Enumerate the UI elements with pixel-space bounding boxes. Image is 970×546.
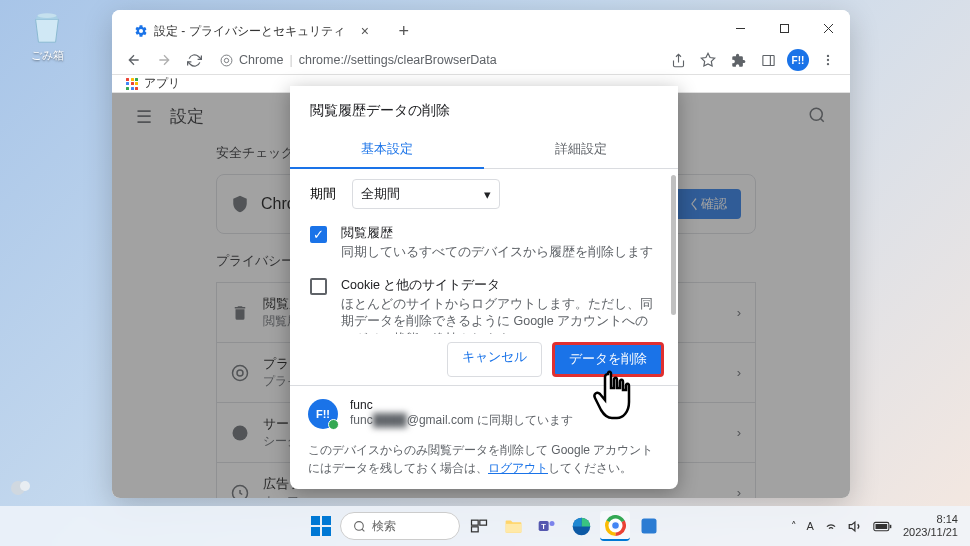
profile-avatar[interactable]: F!! <box>787 49 809 71</box>
task-view-icon[interactable] <box>464 511 494 541</box>
period-value: 全期間 <box>361 185 400 203</box>
recycle-bin-icon <box>28 8 66 46</box>
address-path: chrome://settings/clearBrowserData <box>299 53 497 67</box>
period-label: 期間 <box>310 185 336 203</box>
svg-rect-30 <box>505 523 521 532</box>
logout-link[interactable]: ログアウト <box>488 461 548 475</box>
svg-rect-22 <box>322 516 331 525</box>
svg-point-5 <box>221 55 232 66</box>
wifi-icon[interactable] <box>824 519 838 533</box>
svg-rect-44 <box>890 524 892 527</box>
checkbox-row-cookies[interactable]: Cookie と他のサイトデータほとんどのサイトからログアウトします。ただし、同… <box>310 277 660 335</box>
svg-point-12 <box>827 63 829 65</box>
chevron-down-icon: ▾ <box>484 187 491 202</box>
chrome-window: 設定 - プライバシーとセキュリティ × + Chrome | chrome:/… <box>112 10 850 498</box>
volume-icon[interactable] <box>848 519 863 534</box>
forward-button[interactable] <box>150 46 178 74</box>
svg-rect-2 <box>780 24 788 32</box>
chrome-icon <box>220 54 233 67</box>
extensions-icon[interactable] <box>724 46 752 74</box>
avatar: F!! <box>308 399 338 429</box>
share-icon[interactable] <box>664 46 692 74</box>
svg-point-6 <box>224 58 228 62</box>
tab-basic[interactable]: 基本設定 <box>290 130 484 168</box>
taskbar-search[interactable]: 検索 <box>340 512 460 540</box>
svg-rect-27 <box>472 520 479 525</box>
new-tab-button[interactable]: + <box>391 18 417 44</box>
svg-point-0 <box>38 13 57 18</box>
svg-point-39 <box>611 521 619 529</box>
svg-rect-40 <box>642 519 657 534</box>
taskbar: 検索 T ˄ A 8:14 2023/11/21 <box>0 506 970 546</box>
tab-advanced[interactable]: 詳細設定 <box>484 130 678 168</box>
svg-point-33 <box>550 521 555 526</box>
star-icon[interactable] <box>694 46 722 74</box>
maximize-button[interactable] <box>762 10 806 46</box>
svg-line-26 <box>362 529 364 531</box>
clock[interactable]: 8:14 2023/11/21 <box>903 513 958 539</box>
back-button[interactable] <box>120 46 148 74</box>
apps-icon[interactable] <box>126 78 138 90</box>
sync-status-icon <box>328 419 339 430</box>
side-panel-icon[interactable] <box>754 46 782 74</box>
svg-point-25 <box>355 521 364 530</box>
address-field[interactable]: Chrome | chrome://settings/clearBrowserD… <box>210 53 662 67</box>
tab-title: 設定 - プライバシーとセキュリティ <box>154 23 345 40</box>
account-info: F!! func func████@gmail.com に同期しています <box>308 398 573 429</box>
dialog-title: 閲覧履歴データの削除 <box>290 86 678 130</box>
svg-rect-24 <box>322 527 331 536</box>
svg-marker-7 <box>701 53 714 66</box>
footer-note: このデバイスからのみ閲覧データを削除して Google アカウントにはデータを残… <box>308 441 660 477</box>
svg-rect-21 <box>311 516 320 525</box>
search-icon <box>353 520 366 533</box>
svg-rect-8 <box>762 55 773 65</box>
checkbox-history[interactable]: ✓ <box>310 226 327 243</box>
checkbox-cookies[interactable] <box>310 278 327 295</box>
titlebar: 設定 - プライバシーとセキュリティ × + <box>112 10 850 46</box>
menu-icon[interactable] <box>814 46 842 74</box>
explorer-icon[interactable] <box>498 511 528 541</box>
svg-point-20 <box>20 481 30 491</box>
teams-icon[interactable]: T <box>532 511 562 541</box>
recycle-bin-label: ごみ箱 <box>31 49 64 61</box>
cursor-hand-icon <box>590 366 636 424</box>
reload-button[interactable] <box>180 46 208 74</box>
svg-rect-23 <box>311 527 320 536</box>
svg-rect-28 <box>480 520 487 525</box>
tab-close-icon[interactable]: × <box>361 23 369 39</box>
page-content: ☰ 設定 安全チェック Chrome く確認 プライバシーと 閲覧履閲覧履 › … <box>112 93 850 498</box>
clear-data-dialog: 閲覧履歴データの削除 基本設定 詳細設定 期間 全期間 ▾ ✓ 閲覧履歴同期して… <box>290 86 678 489</box>
gear-icon <box>134 24 148 38</box>
edge-icon[interactable] <box>566 511 596 541</box>
system-tray: ˄ A 8:14 2023/11/21 <box>791 513 958 539</box>
close-button[interactable] <box>806 10 850 46</box>
svg-marker-41 <box>849 522 855 531</box>
apps-label[interactable]: アプリ <box>144 75 180 92</box>
recycle-bin-desktop-icon[interactable]: ごみ箱 <box>28 8 66 63</box>
start-button[interactable] <box>306 511 336 541</box>
account-name: func <box>350 398 573 412</box>
browser-tab[interactable]: 設定 - プライバシーとセキュリティ × <box>122 16 381 46</box>
svg-point-11 <box>827 59 829 61</box>
tray-chevron-icon[interactable]: ˄ <box>791 520 797 533</box>
minimize-button[interactable] <box>718 10 762 46</box>
ime-icon[interactable]: A <box>807 520 814 532</box>
dialog-tabs: 基本設定 詳細設定 <box>290 130 678 169</box>
battery-icon[interactable] <box>873 520 893 533</box>
svg-point-10 <box>827 55 829 57</box>
chrome-taskbar-icon[interactable] <box>600 511 630 541</box>
address-bar: Chrome | chrome://settings/clearBrowserD… <box>112 46 850 75</box>
cancel-button[interactable]: キャンセル <box>447 342 542 377</box>
checkbox-row-history[interactable]: ✓ 閲覧履歴同期しているすべてのデバイスから履歴を削除します <box>310 225 660 262</box>
scrollbar[interactable] <box>671 175 676 315</box>
svg-text:T: T <box>541 522 546 531</box>
svg-rect-43 <box>875 524 887 529</box>
address-scheme: Chrome <box>239 53 283 67</box>
weather-taskbar-icon[interactable] <box>6 472 36 502</box>
period-select[interactable]: 全期間 ▾ <box>352 179 500 209</box>
app-icon[interactable] <box>634 511 664 541</box>
svg-rect-29 <box>472 527 479 532</box>
